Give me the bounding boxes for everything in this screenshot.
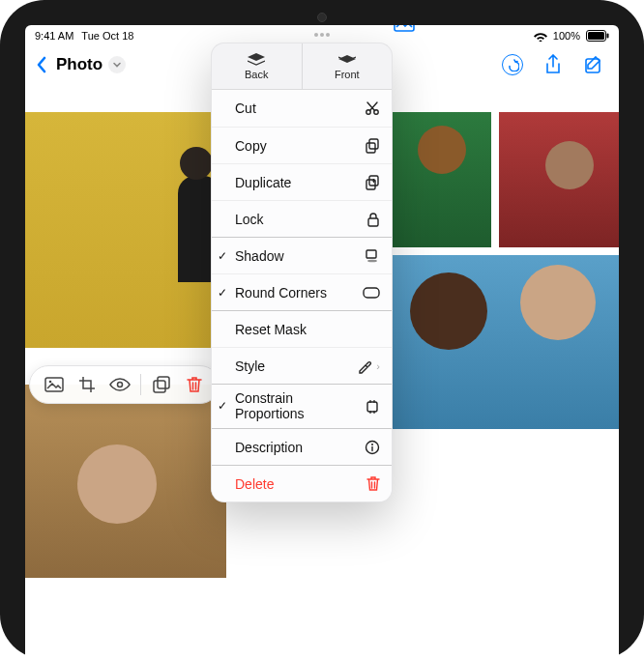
trash-icon[interactable]	[178, 368, 211, 401]
menu-item-shadow[interactable]: ✓ Shadow	[212, 237, 392, 273]
menu-item-round-corners[interactable]: ✓ Round Corners	[212, 273, 392, 310]
menu-label: Constrain Proportions	[235, 391, 359, 421]
svg-rect-10	[158, 377, 169, 388]
ipad-frame: 9:41 AM Tue Oct 18 100% Phot	[0, 0, 644, 659]
lock-icon	[359, 212, 380, 227]
camera-icon	[317, 13, 327, 22]
eye-icon[interactable]	[103, 368, 136, 401]
photo-1[interactable]	[25, 112, 226, 348]
menu-item-reset-mask[interactable]: Reset Mask	[212, 310, 392, 347]
menu-list: Cut Copy Duplicate	[212, 90, 392, 501]
screen: 9:41 AM Tue Oct 18 100% Phot	[25, 25, 619, 659]
status-bar: 9:41 AM Tue Oct 18 100%	[25, 25, 619, 44]
menu-item-cut[interactable]: Cut	[212, 90, 392, 127]
menu-label: Delete	[235, 476, 359, 492]
chevron-right-icon: ›	[376, 360, 380, 372]
status-time: 9:41 AM	[35, 30, 73, 42]
title-menu-chevron-icon[interactable]	[108, 56, 126, 73]
svg-rect-17	[368, 218, 378, 226]
checkmark-icon: ✓	[218, 249, 227, 263]
page-title[interactable]: Photo	[56, 55, 102, 74]
back-segment-label: Back	[245, 69, 268, 80]
share-button[interactable]	[542, 53, 565, 76]
menu-label: Copy	[235, 138, 359, 154]
menu-label: Reset Mask	[235, 322, 359, 337]
svg-rect-18	[366, 250, 376, 258]
menu-item-copy[interactable]: Copy	[212, 127, 392, 163]
menu-label: Shadow	[235, 248, 359, 264]
duplicate-icon[interactable]	[145, 368, 178, 401]
svg-rect-1	[588, 32, 604, 40]
svg-point-7	[49, 381, 52, 384]
menu-item-constrain-proportions[interactable]: ✓ Constrain Proportions	[212, 384, 392, 428]
battery-icon	[586, 30, 609, 42]
multitask-dots-icon[interactable]	[314, 33, 330, 37]
divider-icon	[140, 374, 141, 395]
copy-icon	[359, 138, 380, 154]
front-segment-label: Front	[335, 69, 360, 80]
canvas-area[interactable]: Back Front Cut Copy	[25, 85, 619, 659]
battery-percent: 100%	[553, 30, 580, 42]
insert-image-button[interactable]	[393, 25, 416, 35]
svg-rect-13	[366, 143, 375, 153]
rounded-rect-icon	[359, 287, 380, 299]
svg-point-8	[118, 383, 123, 387]
send-to-back-button[interactable]: Back	[212, 43, 302, 89]
menu-item-duplicate[interactable]: Duplicate	[212, 163, 392, 200]
undo-button[interactable]	[501, 53, 524, 76]
svg-rect-2	[607, 34, 609, 39]
menu-item-lock[interactable]: Lock	[212, 200, 392, 237]
scissors-icon	[359, 100, 380, 116]
photo-4[interactable]	[499, 112, 619, 247]
photo-2[interactable]	[25, 385, 226, 578]
photo-3[interactable]	[391, 112, 491, 247]
photo-5[interactable]	[391, 255, 619, 429]
checkmark-icon: ✓	[218, 400, 227, 413]
context-menu-popover: Back Front Cut Copy	[211, 43, 393, 502]
info-icon	[359, 440, 380, 455]
menu-item-style[interactable]: Style ›	[212, 347, 392, 384]
checkmark-icon: ✓	[218, 286, 227, 300]
layers-front-icon	[338, 53, 356, 67]
svg-rect-21	[367, 402, 377, 412]
menu-label: Lock	[235, 212, 359, 227]
back-chevron-icon[interactable]	[35, 55, 48, 74]
menu-label: Round Corners	[235, 285, 359, 301]
bring-to-front-button[interactable]: Front	[302, 43, 393, 89]
svg-rect-20	[364, 288, 379, 298]
trash-icon	[359, 476, 380, 492]
shadow-icon	[359, 249, 380, 263]
wifi-icon	[534, 31, 547, 42]
menu-item-description[interactable]: Description	[212, 428, 392, 465]
svg-point-23	[371, 444, 373, 445]
layers-back-icon	[248, 53, 265, 67]
svg-point-19	[367, 259, 377, 262]
eyedropper-icon	[351, 358, 372, 374]
menu-label: Duplicate	[235, 175, 359, 190]
status-date: Tue Oct 18	[81, 30, 133, 42]
menu-label: Cut	[235, 100, 359, 116]
duplicate-plus-icon	[359, 175, 380, 190]
selection-toolbar	[29, 365, 220, 404]
crop-icon[interactable]	[71, 368, 103, 401]
svg-rect-9	[154, 381, 165, 392]
menu-item-delete[interactable]: Delete	[212, 465, 392, 501]
menu-label: Description	[235, 440, 359, 455]
svg-rect-14	[369, 139, 378, 149]
constrain-icon	[359, 399, 380, 415]
compose-button[interactable]	[582, 53, 605, 76]
image-icon[interactable]	[38, 368, 71, 401]
menu-label: Style	[235, 358, 351, 374]
